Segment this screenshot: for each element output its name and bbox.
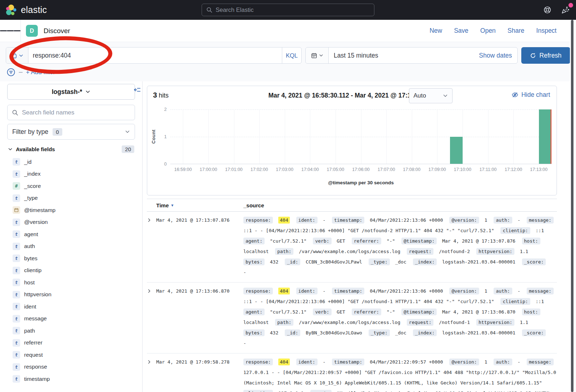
field-item-_score[interactable]: #_score [7,180,135,192]
field-item-timestamp[interactable]: ttimestamp [7,373,135,385]
hide-chart-link[interactable]: Hide chart [512,91,550,99]
action-share[interactable]: Share [508,27,525,35]
time-column-header[interactable]: Time ▼ [156,202,243,208]
field-label: auth [24,243,35,249]
add-filter-link[interactable]: + Add filter [26,69,55,76]
expand-row-icon[interactable] [147,215,156,278]
time-range-value[interactable]: Last 15 minutes [329,52,378,59]
field-item-agent[interactable]: tagent [7,228,135,240]
field-item-@timestamp[interactable]: @timestamp [7,204,135,216]
elastic-logo-icon [5,4,17,16]
query-language-button[interactable]: KQL [282,48,301,63]
action-inspect[interactable]: Inspect [536,27,557,35]
field-item-_index[interactable]: t_index [7,168,135,180]
available-fields-count-badge: 20 [122,145,134,153]
field-label: agent [24,231,38,238]
field-chip: _id: [285,329,300,336]
string-type-icon: t [13,363,20,371]
field-chip: path: [275,319,293,326]
quick-select-button[interactable] [306,48,329,63]
action-open[interactable]: Open [480,27,496,35]
field-item-host[interactable]: thost [7,276,135,289]
scrollbar-thumb[interactable] [571,20,573,392]
row-source: response: 404 ident: - timestamp: 04/Mar… [243,286,557,348]
string-type-icon: t [13,315,20,323]
histogram-bar[interactable] [539,109,552,164]
field-value: ::1 - - [04/Mar/2021:22:13:06 +0000] "GE… [243,299,494,304]
field-item-_id[interactable]: t_id [7,156,135,168]
field-item-request[interactable]: trequest [7,349,135,361]
discover-main: 3 hits Mar 4, 2021 @ 16:58:30.112 - Mar … [143,81,576,392]
expand-row-icon[interactable] [147,286,156,348]
string-type-icon: t [13,194,20,202]
refresh-button[interactable]: Refresh [521,47,570,64]
string-type-icon: t [13,327,20,334]
histogram-bar[interactable] [450,137,463,164]
action-save[interactable]: Save [454,27,468,35]
chart-plot[interactable] [170,109,552,164]
field-item-message[interactable]: tmessage [7,313,135,325]
field-label: host [24,279,35,286]
field-chip: @timestamp: [401,308,437,315]
field-item-path[interactable]: tpath [7,325,135,337]
field-search-box[interactable] [7,105,135,120]
field-label: @timestamp [24,207,55,213]
global-search-input[interactable] [216,6,370,13]
field-item-@version[interactable]: t@version [7,216,135,229]
whats-new-icon[interactable] [561,6,570,14]
string-type-icon: t [13,291,20,298]
field-value: 04/Mar/2021:22:13:06 +0000 [370,288,443,294]
field-label: timestamp [24,376,50,382]
field-value: _doc [395,330,406,335]
query-input[interactable] [28,48,282,63]
string-type-icon: t [13,254,20,262]
sort-desc-icon: ▼ [171,203,174,207]
field-item-_type[interactable]: t_type [7,192,135,204]
action-new[interactable]: New [429,27,442,35]
field-chip: timestamp: [332,288,364,294]
field-value: - [517,288,520,294]
field-item-bytes[interactable]: tbytes [7,252,135,265]
x-tick-label: 17:09:00 [428,167,446,172]
app-badge: D [26,25,38,37]
type-filter-count-badge: 0 [53,128,62,136]
field-value: 1 [485,359,487,365]
field-item-response[interactable]: tresponse [7,361,135,373]
gridline [336,109,336,164]
index-pattern-select[interactable]: logstash-* [7,84,135,100]
interval-select[interactable]: Auto [409,88,453,103]
field-label: path [24,328,35,334]
field-value: 127.0.0.1 [278,391,303,392]
field-value: 1 [485,288,487,294]
saved-query-menu-button[interactable] [6,48,28,63]
field-item-clientip[interactable]: tclientip [7,265,135,277]
field-value: 04/Mar/2021:22:13:06 +0000 [370,217,443,223]
expand-row-icon[interactable] [147,357,156,392]
chevron-down-icon [19,53,23,58]
help-icon[interactable] [543,6,552,14]
available-fields-toggle[interactable]: Available fields 20 [7,145,135,153]
elastic-logo[interactable]: elastic [0,4,47,16]
field-search-input[interactable] [22,109,130,116]
field-label: @version [24,219,48,225]
x-tick-label: 17:01:00 [225,167,243,172]
filter-icon[interactable] [6,68,15,77]
field-value: logstash-2021.03.04-000001 [442,259,516,265]
field-value: Mar 4, 2021 @ 17:13:06.870 [442,309,516,315]
field-value: localhost [243,249,269,254]
global-search-box[interactable] [202,4,374,16]
menu-icon[interactable] [0,20,21,42]
field-item-httpversion[interactable]: thttpversion [7,289,135,301]
highlighted-value: 404 [278,359,289,365]
field-item-referrer[interactable]: treferrer [7,337,135,349]
show-dates-link[interactable]: Show dates [479,52,517,59]
field-label: _id [24,159,32,165]
field-value: - [323,217,325,223]
field-value: /var/www/example.com/logs/access.log [299,249,400,254]
gridline [437,109,437,164]
collapse-sidebar-icon[interactable] [134,86,141,93]
field-item-ident[interactable]: tident [7,301,135,313]
field-item-auth[interactable]: tauth [7,240,135,253]
gridline [386,109,387,164]
filter-by-type-select[interactable]: Filter by type 0 [7,124,135,140]
